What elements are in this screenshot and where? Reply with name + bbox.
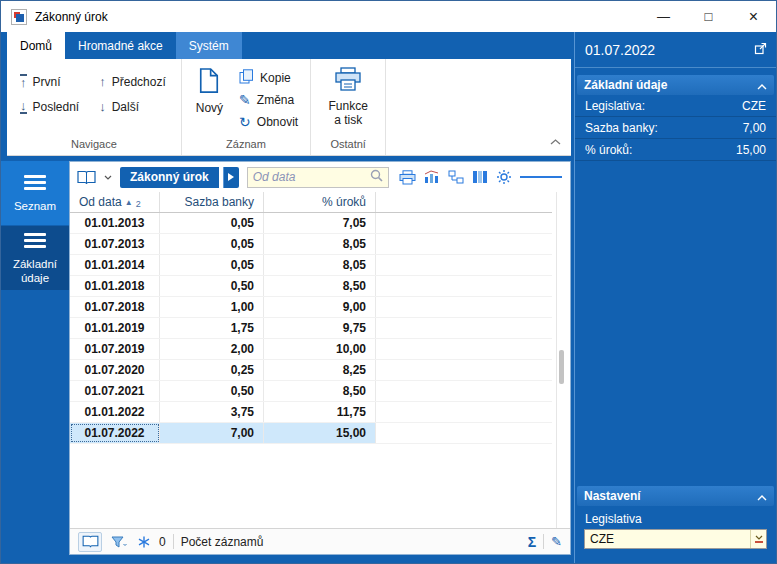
detail-field-sazba-banky: Sazba banky: 7,00 [575,117,776,139]
arrow-up-icon: ↑ [99,75,106,88]
list-menu-icon [24,172,46,193]
minimize-button[interactable]: — [641,1,686,32]
column-header-od-data[interactable]: Od data ▲ 2 [70,192,160,212]
print-icon[interactable] [397,168,418,187]
table-row[interactable]: 01.07.2013 0,05 8,05 [70,234,552,255]
freeze-snowflake-icon[interactable] [136,534,152,550]
last-button[interactable]: ↓ Poslední [15,94,84,119]
cell-od-data: 01.01.2013 [70,213,160,233]
ribbon-group-navigace: ↑ První ↑ Předchozí ↓ Poslední [7,59,182,155]
copy-icon [239,69,254,87]
cell-sazba-banky: 0,05 [160,213,264,233]
divider [543,534,544,549]
new-record-button[interactable]: Nový [188,63,231,136]
main-column: Domů Hromadné akce Systém ↑ První [1,32,575,563]
cell-sazba-banky: 1,00 [160,297,264,317]
functions-print-label: Funkce a tisk [325,99,371,128]
window-title: Zákonný úrok [35,10,641,24]
table-row[interactable]: 01.07.2019 2,00 10,00 [70,339,552,360]
field-value: 7,00 [743,121,766,135]
legislativa-input[interactable] [585,532,750,546]
view-dropdown-chevron-icon[interactable] [102,173,114,182]
app-window: Zákonný úrok — □ × Domů Hromadné akce Sy… [0,0,777,564]
next-label: Další [112,100,139,114]
sum-button[interactable]: Σ [528,534,536,550]
edit-button[interactable]: ✎ Změna [239,91,298,108]
field-label: Legislativa: [585,99,645,113]
next-button[interactable]: ↓ Další [94,94,171,119]
data-grid: Od data ▲ 2 Sazba banky % úroků [70,192,570,528]
table-row[interactable]: 01.01.2018 0,50 8,50 [70,276,552,297]
cell-sazba-banky: 2,00 [160,339,264,359]
list-statusbar: 0 Počet záznamů Σ ✎ [70,528,570,554]
table-row[interactable]: 01.01.2022 3,75 11,75 [70,402,552,423]
cell-od-data: 01.01.2022 [70,402,160,422]
ribbon-collapse-chevron-icon[interactable] [550,131,561,149]
table-row[interactable]: 01.07.2018 1,00 9,00 [70,297,552,318]
arrow-down-to-bar-icon: ↓ [20,99,27,114]
sort-asc-icon: ▲ [125,198,133,207]
table-row[interactable]: 01.01.2013 0,05 7,05 [70,213,552,234]
new-label: Nový [196,101,223,115]
grouping-icon[interactable] [446,168,466,186]
section-header-nastaveni[interactable]: Nastavení [577,486,774,506]
toolbar-menu-icon[interactable] [518,172,564,183]
table-row[interactable]: 01.07.2020 0,25 8,25 [70,360,552,381]
view-title[interactable]: Zákonný úrok [120,167,219,188]
first-button[interactable]: ↑ První [15,69,84,94]
edit-label: Změna [257,93,294,107]
table-row-selected[interactable]: 01.07.2022 7,00 15,00 [70,423,552,444]
copy-button[interactable]: Kopie [239,69,298,86]
chevron-up-icon [757,76,767,94]
section-title: Nastavení [584,489,641,503]
cell-od-data: 01.01.2018 [70,276,160,296]
cell-od-data: 01.01.2019 [70,318,160,338]
columns-icon[interactable] [470,168,490,186]
sort-order-badge: 2 [136,199,141,209]
copy-label: Kopie [260,71,291,85]
table-row[interactable]: 01.01.2019 1,75 9,75 [70,318,552,339]
preview-toggle-button[interactable] [78,532,102,552]
functions-print-button[interactable]: Funkce a tisk [317,63,379,136]
field-value: CZE [742,99,766,113]
cell-od-data: 01.07.2018 [70,297,160,317]
filter-icon[interactable] [109,534,129,550]
cell-sazba-banky: 7,00 [160,423,264,443]
column-header-uroku[interactable]: % úroků [264,192,376,212]
table-row[interactable]: 01.01.2014 0,05 8,05 [70,255,552,276]
view-book-icon[interactable] [75,168,98,187]
table-row[interactable]: 01.07.2021 0,50 8,50 [70,381,552,402]
sidebar-item-zakladni-udaje-label: Základní údaje [5,258,65,286]
legislativa-combo [584,529,767,549]
maximize-button[interactable]: □ [686,1,731,32]
combo-dropdown-icon[interactable] [750,530,766,548]
column-header-sazba-banky[interactable]: Sazba banky [160,192,264,212]
field-label: Sazba banky: [585,121,658,135]
quick-edit-button[interactable]: ✎ [551,534,562,549]
open-record-popout-icon[interactable] [754,41,767,59]
cell-sazba-banky: 0,50 [160,276,264,296]
divider [173,534,174,549]
close-button[interactable]: × [731,1,776,32]
sidebar-item-seznam[interactable]: Seznam [1,161,69,225]
cell-sazba-banky: 1,75 [160,318,264,338]
field-label: % úroků: [585,143,632,157]
tab-system[interactable]: Systém [176,32,242,59]
section-header-zakladni-udaje[interactable]: Základní údaje [577,75,774,95]
tab-domu[interactable]: Domů [7,32,65,59]
grid-header: Od data ▲ 2 Sazba banky % úroků [70,192,552,213]
settings-gear-icon[interactable] [494,167,514,187]
search-input[interactable] [253,170,370,184]
chart-icon[interactable] [422,168,442,186]
refresh-button[interactable]: ↻ Obnovit [239,113,298,130]
tab-hromadne-akce[interactable]: Hromadné akce [65,32,176,59]
vertical-scrollbar[interactable] [556,192,564,528]
scrollbar-thumb[interactable] [559,350,564,384]
section-title: Základní údaje [584,78,667,92]
cell-sazba-banky: 0,05 [160,234,264,254]
search-icon[interactable] [370,168,383,186]
sidebar-item-zakladni-udaje[interactable]: Základní údaje [1,226,69,290]
ribbon-tab-bar: Domů Hromadné akce Systém [1,32,574,59]
previous-button[interactable]: ↑ Předchozí [94,69,171,94]
run-view-button[interactable] [223,167,239,188]
